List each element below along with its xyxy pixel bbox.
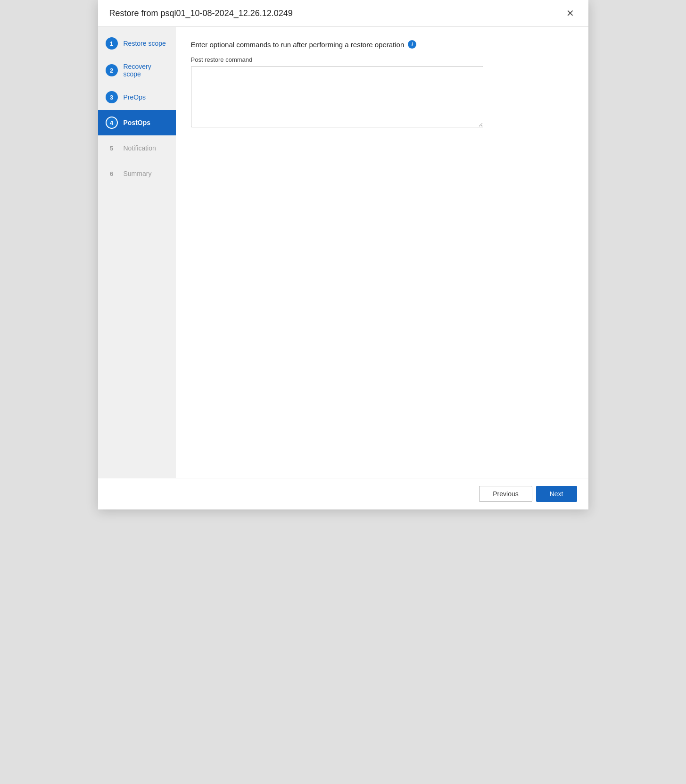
main-content-area: Enter optional commands to run after per… [176,27,588,478]
sidebar-item-label-preops: PreOps [124,93,146,101]
sidebar-item-preops[interactable]: 3 PreOps [98,84,176,110]
sidebar-item-postops[interactable]: 4 PostOps [98,110,176,135]
step-badge-5: 5 [106,142,118,154]
step-badge-3: 3 [106,91,118,103]
post-restore-label: Post restore command [191,56,573,63]
previous-button[interactable]: Previous [479,486,532,502]
sidebar-item-label-summary: Summary [124,170,152,177]
sidebar-item-label-recovery-scope: Recovery scope [124,63,168,78]
step-badge-4: 4 [106,117,118,129]
dialog-footer: Previous Next [98,478,588,509]
post-restore-textarea[interactable] [191,66,483,127]
section-heading: Enter optional commands to run after per… [191,40,573,49]
close-button[interactable]: ✕ [563,8,577,19]
sidebar-item-summary: 6 Summary [98,161,176,186]
restore-dialog: Restore from psql01_10-08-2024_12.26.12.… [98,0,588,509]
sidebar-item-restore-scope[interactable]: 1 Restore scope [98,31,176,56]
step-badge-2: 2 [106,64,118,76]
dialog-header: Restore from psql01_10-08-2024_12.26.12.… [98,0,588,27]
sidebar-item-label-notification: Notification [124,144,156,152]
dialog-body: 1 Restore scope 2 Recovery scope 3 PreOp… [98,27,588,478]
sidebar-item-label-postops: PostOps [124,119,151,126]
post-restore-field: Post restore command [191,56,573,129]
sidebar-item-label-restore-scope: Restore scope [124,40,166,47]
step-badge-1: 1 [106,37,118,50]
sidebar-item-recovery-scope[interactable]: 2 Recovery scope [98,56,176,84]
dialog-title: Restore from psql01_10-08-2024_12.26.12.… [109,8,293,18]
info-icon[interactable]: i [408,40,416,49]
sidebar: 1 Restore scope 2 Recovery scope 3 PreOp… [98,27,176,478]
sidebar-item-notification: 5 Notification [98,135,176,161]
next-button[interactable]: Next [536,486,577,502]
step-badge-6: 6 [106,167,118,180]
